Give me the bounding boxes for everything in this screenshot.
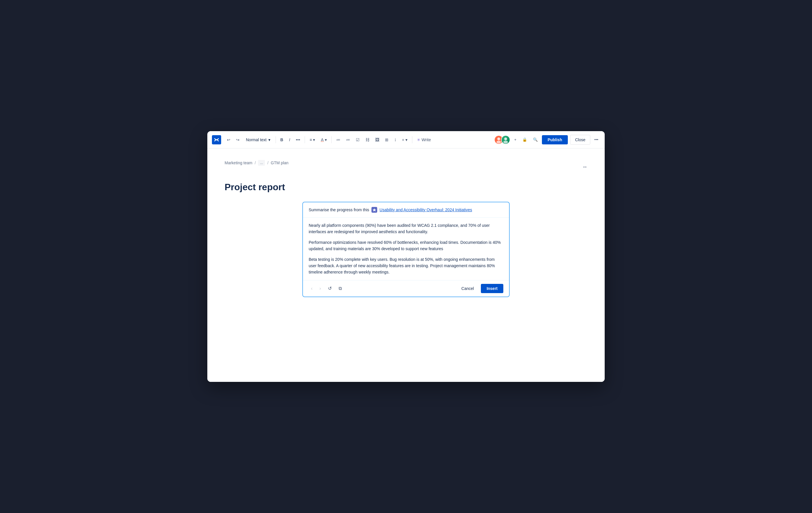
svg-point-2 bbox=[504, 137, 507, 140]
bold-button[interactable]: B bbox=[278, 136, 286, 144]
insert-plus-icon: + bbox=[402, 137, 404, 142]
svg-point-0 bbox=[497, 137, 500, 140]
undo-icon: ↩ bbox=[227, 137, 230, 142]
svg-point-1 bbox=[496, 141, 501, 143]
more-icon: ••• bbox=[296, 137, 300, 142]
align-icon: ≡ bbox=[310, 137, 312, 142]
search-icon: 🔍 bbox=[533, 137, 538, 142]
refresh-button[interactable]: ↺ bbox=[326, 284, 334, 293]
columns-button[interactable]: ⫶ bbox=[392, 136, 399, 144]
write-ai-button[interactable]: ✳ Write bbox=[415, 136, 433, 144]
ai-actions-row: ‹ › ↺ ⧉ Cancel Insert bbox=[303, 280, 509, 297]
breadcrumb-sep-2: / bbox=[267, 161, 268, 165]
prev-button[interactable]: ‹ bbox=[309, 284, 315, 293]
color-a-icon: A bbox=[321, 137, 323, 142]
task-list-button[interactable]: ☑ bbox=[354, 136, 362, 144]
text-style-label: Normal text bbox=[246, 137, 267, 142]
link-icon: ⛓ bbox=[366, 137, 370, 142]
align-chevron: ▾ bbox=[313, 137, 315, 142]
ai-source-link[interactable]: Usability and Accessibility Overhaul: 20… bbox=[379, 208, 472, 212]
app-window: ↩ ↪ Normal text ▾ B I ••• ≡ ▾ bbox=[207, 131, 605, 382]
lock-button[interactable]: 🔒 bbox=[521, 136, 529, 143]
toolbar-right: + 🔒 🔍 Publish Close ••• bbox=[494, 135, 600, 145]
image-button[interactable]: 🖼 bbox=[373, 136, 381, 144]
cancel-button[interactable]: Cancel bbox=[457, 284, 478, 293]
toolbar: ↩ ↪ Normal text ▾ B I ••• ≡ ▾ bbox=[207, 131, 605, 148]
expand-icon: ↔ bbox=[582, 164, 587, 170]
ai-source-icon bbox=[372, 207, 377, 213]
add-collaborator-button[interactable]: + bbox=[513, 136, 518, 143]
plus-icon: + bbox=[514, 137, 517, 142]
more-options-button[interactable]: ••• bbox=[592, 136, 600, 143]
text-style-dropdown[interactable]: Normal text ▾ bbox=[243, 136, 273, 144]
image-icon: 🖼 bbox=[375, 137, 379, 142]
publish-button[interactable]: Publish bbox=[542, 135, 568, 144]
copy-icon: ⧉ bbox=[339, 286, 342, 291]
separator-2 bbox=[304, 136, 305, 143]
ai-paragraph-1: Nearly all platform components (90%) hav… bbox=[309, 222, 503, 235]
confluence-logo[interactable] bbox=[212, 135, 221, 144]
write-ai-icon: ✳ bbox=[417, 137, 420, 142]
ai-prompt-prefix: Summarise the progress from this bbox=[309, 208, 369, 212]
breadcrumb: Marketing team / ... / GTM plan bbox=[225, 160, 289, 166]
separator-1 bbox=[276, 136, 276, 143]
undo-button[interactable]: ↩ bbox=[225, 136, 233, 144]
copy-button[interactable]: ⧉ bbox=[336, 284, 344, 293]
next-button[interactable]: › bbox=[317, 284, 323, 293]
breadcrumb-page[interactable]: GTM plan bbox=[271, 161, 288, 165]
close-button[interactable]: Close bbox=[570, 135, 590, 145]
write-ai-label: Write bbox=[422, 137, 431, 142]
italic-button[interactable]: I bbox=[287, 136, 293, 144]
lock-icon: 🔒 bbox=[522, 137, 527, 142]
bold-icon: B bbox=[281, 137, 283, 142]
breadcrumb-team[interactable]: Marketing team bbox=[225, 161, 252, 165]
task-icon: ☑ bbox=[356, 137, 360, 142]
more-options-icon: ••• bbox=[594, 137, 598, 142]
ai-paragraph-3: Beta testing is 20% complete with key us… bbox=[309, 256, 503, 275]
next-icon: › bbox=[319, 286, 321, 291]
collaborator-avatars bbox=[494, 135, 510, 144]
ai-generated-content: Nearly all platform components (90%) hav… bbox=[303, 218, 509, 280]
breadcrumb-sep-1: / bbox=[255, 161, 256, 165]
numbered-list-button[interactable]: ≔ bbox=[344, 136, 352, 144]
page-title: Project report bbox=[225, 182, 587, 192]
link-button[interactable]: ⛓ bbox=[363, 136, 372, 144]
insert-chevron: ▾ bbox=[405, 137, 407, 142]
expand-width-button[interactable]: ↔ bbox=[582, 164, 587, 170]
table-button[interactable]: ⊞ bbox=[383, 136, 391, 144]
separator-4 bbox=[412, 136, 412, 143]
text-style-chevron: ▾ bbox=[268, 137, 270, 142]
ai-prompt-row: Summarise the progress from this Usabili… bbox=[303, 202, 509, 218]
redo-button[interactable]: ↪ bbox=[234, 136, 242, 144]
ai-paragraph-2: Performance optimizations have resolved … bbox=[309, 239, 503, 252]
breadcrumb-ellipsis[interactable]: ... bbox=[258, 160, 265, 166]
prev-icon: ‹ bbox=[311, 286, 312, 291]
svg-marker-4 bbox=[373, 208, 376, 212]
ai-panel: Summarise the progress from this Usabili… bbox=[302, 202, 510, 297]
insert-button[interactable]: Insert bbox=[481, 284, 503, 293]
align-button[interactable]: ≡ ▾ bbox=[307, 136, 317, 144]
search-button[interactable]: 🔍 bbox=[531, 136, 540, 143]
separator-3 bbox=[331, 136, 332, 143]
avatar-2 bbox=[501, 135, 510, 144]
ai-confirm-actions: Cancel Insert bbox=[457, 284, 503, 293]
svg-point-3 bbox=[503, 141, 508, 143]
columns-icon: ⫶ bbox=[394, 137, 396, 142]
more-formatting-button[interactable]: ••• bbox=[294, 136, 302, 144]
insert-button[interactable]: + ▾ bbox=[400, 136, 410, 144]
bullet-list-icon: ≔ bbox=[336, 137, 340, 142]
content-area: Marketing team / ... / GTM plan ↔ Projec… bbox=[207, 148, 605, 382]
numbered-list-icon: ≔ bbox=[346, 137, 350, 142]
redo-icon: ↪ bbox=[236, 137, 239, 142]
text-color-button[interactable]: A ▾ bbox=[318, 136, 329, 144]
breadcrumb-row: Marketing team / ... / GTM plan ↔ bbox=[225, 160, 587, 174]
italic-icon: I bbox=[289, 137, 290, 142]
table-icon: ⊞ bbox=[385, 137, 388, 142]
bullet-list-button[interactable]: ≔ bbox=[334, 136, 343, 144]
color-chevron: ▾ bbox=[325, 137, 327, 142]
refresh-icon: ↺ bbox=[328, 286, 332, 291]
